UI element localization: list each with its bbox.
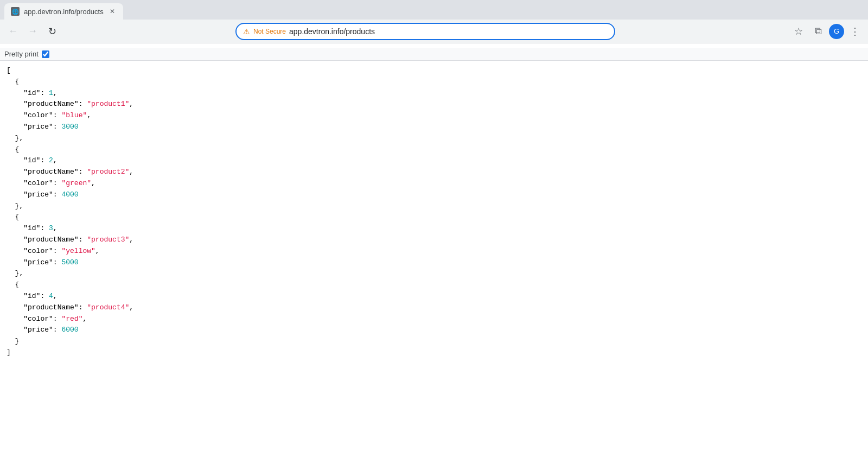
forward-button[interactable]: →: [24, 23, 41, 40]
json-value: 6000: [61, 326, 78, 334]
avatar[interactable]: G: [829, 24, 844, 39]
json-value: "product4": [87, 303, 129, 312]
json-key: "color": [23, 247, 53, 255]
reload-button[interactable]: ↻: [43, 23, 61, 40]
json-value: 3000: [61, 123, 78, 131]
pretty-print-label: Pretty print: [4, 50, 39, 58]
json-key: "color": [23, 315, 53, 323]
json-key: "productName": [23, 100, 78, 108]
json-value: 1: [49, 89, 53, 97]
json-key: "id": [23, 89, 40, 97]
json-key: "id": [23, 156, 40, 164]
json-value: "product2": [87, 168, 129, 176]
json-value: "product1": [87, 100, 129, 108]
json-display: [ { "id": 1, "productName": "product1", …: [0, 61, 868, 363]
json-key: "productName": [23, 303, 78, 312]
json-key: "color": [23, 179, 53, 187]
json-key: "id": [23, 292, 40, 300]
page-content: Pretty print [ { "id": 1, "productName":…: [0, 43, 868, 470]
json-value: 2: [49, 156, 53, 164]
back-button[interactable]: ←: [4, 23, 22, 40]
pretty-print-bar: Pretty print: [0, 48, 868, 61]
tab-bar: 🌐 app.devtron.info/products ✕: [0, 0, 868, 20]
tab-title: app.devtron.info/products: [24, 8, 104, 16]
tab-favicon: 🌐: [11, 7, 20, 16]
json-value: "product3": [87, 236, 129, 244]
json-value: 4: [49, 292, 53, 300]
json-value: 5000: [61, 258, 78, 266]
json-key: "price": [23, 190, 53, 199]
json-key: "color": [23, 111, 53, 119]
tab-close-button[interactable]: ✕: [108, 7, 117, 16]
json-key: "productName": [23, 236, 78, 244]
extensions-button[interactable]: ⧉: [809, 23, 827, 40]
json-key: "productName": [23, 168, 78, 176]
json-value: 3: [49, 224, 53, 232]
not-secure-label: Not Secure: [253, 28, 286, 35]
json-value: "blue": [61, 111, 87, 119]
json-key: "price": [23, 326, 53, 334]
bookmark-button[interactable]: ☆: [790, 23, 807, 40]
pretty-print-checkbox[interactable]: [42, 50, 49, 58]
json-value: "red": [61, 315, 82, 323]
json-key: "id": [23, 224, 40, 232]
json-value: "yellow": [61, 247, 95, 255]
json-value: "green": [61, 179, 91, 187]
toolbar-right: ☆ ⧉ G ⋮: [790, 23, 864, 40]
browser-chrome: 🌐 app.devtron.info/products ✕ ← → ↻ ⚠ No…: [0, 0, 868, 43]
json-key: "price": [23, 258, 53, 266]
address-bar[interactable]: ⚠ Not Secure: [235, 23, 615, 40]
active-tab[interactable]: 🌐 app.devtron.info/products ✕: [4, 3, 123, 20]
browser-toolbar: ← → ↻ ⚠ Not Secure ☆ ⧉ G ⋮: [0, 20, 868, 43]
url-input[interactable]: [289, 27, 608, 36]
menu-button[interactable]: ⋮: [846, 23, 864, 40]
json-key: "price": [23, 123, 53, 131]
not-secure-icon: ⚠: [243, 27, 250, 36]
json-value: 4000: [61, 190, 78, 199]
